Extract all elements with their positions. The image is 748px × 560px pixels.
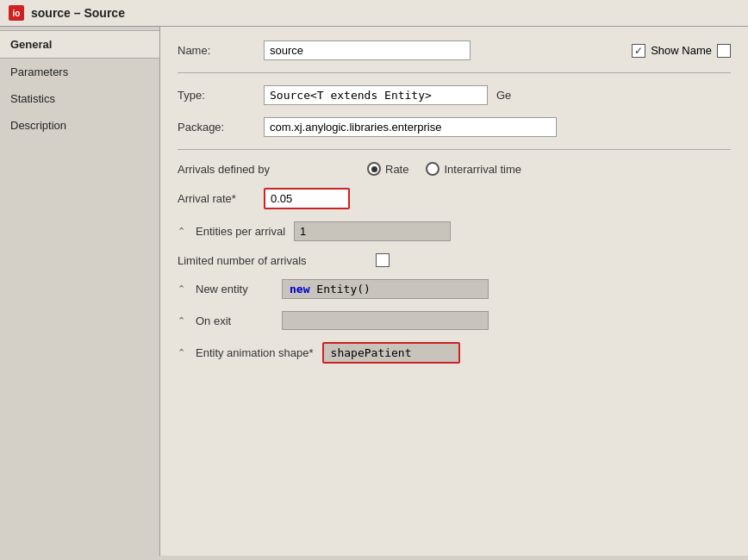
arrivals-radio-group: Rate Interarrival time [367, 162, 521, 176]
entity-animation-row: ⌃ Entity animation shape* shapePatient [178, 342, 731, 364]
package-input[interactable] [264, 117, 557, 137]
limited-arrivals-label: Limited number of arrivals [178, 254, 367, 267]
arrow-icon-on-exit: ⌃ [178, 315, 185, 327]
sidebar-item-general[interactable]: General [0, 30, 159, 59]
name-input[interactable] [264, 40, 471, 60]
new-entity-input[interactable]: new Entity() [282, 279, 489, 299]
on-exit-input[interactable] [282, 311, 489, 330]
show-name-checkbox[interactable]: ✓ [632, 44, 645, 58]
arrivals-defined-label: Arrivals defined by [178, 163, 367, 176]
limited-arrivals-checkbox[interactable] [376, 253, 390, 267]
content-area: Name: ✓ Show Name Type: Ge Package: Arri… [160, 27, 748, 556]
new-entity-row: ⌃ New entity new Entity() [178, 279, 731, 299]
sidebar-item-parameters[interactable]: Parameters [0, 59, 159, 85]
sidebar: General Parameters Statistics Descriptio… [0, 27, 160, 556]
arrow-icon-entities: ⌃ [178, 226, 185, 237]
window-title: source – Source [31, 6, 125, 20]
type-label: Type: [178, 89, 255, 102]
entity-code: Entity() [309, 283, 370, 296]
interarrival-radio[interactable] [426, 162, 439, 176]
interarrival-label: Interarrival time [444, 163, 521, 176]
arrivals-defined-row: Arrivals defined by Rate Interarrival ti… [178, 162, 731, 176]
entities-per-arrival-row: ⌃ Entities per arrival [178, 221, 731, 241]
name-row: Name: ✓ Show Name [178, 40, 731, 60]
main-container: General Parameters Statistics Descriptio… [0, 27, 748, 556]
arrow-icon-new-entity: ⌃ [178, 283, 185, 295]
divider-1 [178, 72, 731, 73]
sidebar-item-description[interactable]: Description [0, 112, 159, 139]
package-row: Package: [178, 117, 731, 137]
show-name-label: Show Name [651, 44, 712, 57]
sidebar-item-statistics[interactable]: Statistics [0, 85, 159, 112]
arrival-rate-input[interactable] [264, 188, 350, 209]
entity-animation-value: shapePatient [331, 346, 412, 359]
app-icon: io [9, 5, 24, 21]
entity-animation-label: Entity animation shape* [196, 346, 314, 359]
package-label: Package: [178, 121, 255, 134]
divider-2 [178, 149, 731, 150]
rate-option[interactable]: Rate [367, 162, 408, 176]
new-keyword: new [290, 283, 309, 296]
show-name-area: ✓ Show Name [632, 44, 731, 58]
rate-radio[interactable] [367, 162, 381, 176]
title-bar: io source – Source [0, 0, 748, 27]
extra-checkbox[interactable] [717, 44, 731, 58]
interarrival-option[interactable]: Interarrival time [426, 162, 521, 176]
limited-arrivals-row: Limited number of arrivals [178, 253, 731, 267]
rate-label: Rate [385, 163, 408, 176]
name-label: Name: [178, 44, 255, 57]
on-exit-label: On exit [196, 314, 273, 327]
arrival-rate-row: Arrival rate* [178, 188, 731, 209]
entity-animation-input[interactable]: shapePatient [322, 342, 460, 364]
arrival-rate-label: Arrival rate* [178, 192, 255, 205]
on-exit-row: ⌃ On exit [178, 311, 731, 330]
ge-label: Ge [496, 89, 511, 102]
type-row: Type: Ge [178, 85, 731, 105]
entities-per-arrival-label: Entities per arrival [196, 225, 285, 238]
type-input[interactable] [264, 85, 488, 105]
arrow-icon-entity-anim: ⌃ [178, 347, 185, 358]
new-entity-label: New entity [196, 283, 273, 296]
entities-per-arrival-input[interactable] [294, 221, 451, 241]
